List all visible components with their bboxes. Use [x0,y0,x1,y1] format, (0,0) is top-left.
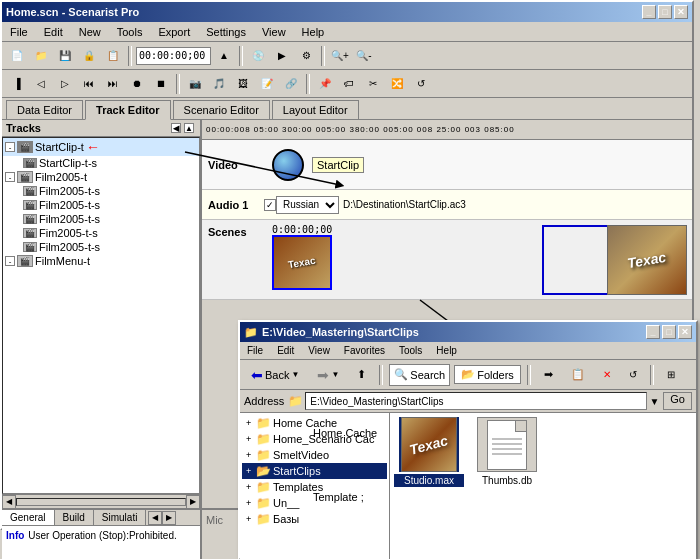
menu-settings[interactable]: Settings [202,24,250,40]
expand-film2005[interactable]: - [5,172,15,182]
delete-button[interactable]: ✕ [596,364,618,386]
panel-scroll-up[interactable]: ▲ [184,123,194,133]
exp-menu-file[interactable]: File [244,344,266,357]
go-button[interactable]: Go [663,392,692,410]
tb2-btn11[interactable]: 📝 [256,73,278,95]
zoom-in[interactable]: 🔍+ [329,45,351,67]
track-startclip-sub[interactable]: 🎬 StartClip-t-s [3,156,199,170]
expand-startclips[interactable]: + [246,466,254,476]
tab-layout-editor[interactable]: Layout Editor [272,100,359,119]
tb2-btn2[interactable]: ◁ [30,73,52,95]
search-box[interactable]: 🔍 Search [389,364,450,386]
exp-menu-view[interactable]: View [305,344,333,357]
tb2-btn17[interactable]: ↺ [410,73,432,95]
file-area[interactable]: Texас Studio.max [390,413,696,559]
tab-build[interactable]: Build [55,510,94,525]
menu-new[interactable]: New [75,24,105,40]
tab-general[interactable]: General [2,510,55,525]
expand-un[interactable]: + [246,498,254,508]
tab-simulati[interactable]: Simulati [94,510,147,525]
tracks-tree[interactable]: - 🎬 StartClip-t ← 🎬 StartClip-t-s - 🎬 Fi… [2,137,200,494]
tb2-btn3[interactable]: ▷ [54,73,76,95]
track-film2005-sub1[interactable]: 🎬 Film2005-t-s [3,184,199,198]
scroll-right[interactable]: ▶ [186,495,200,509]
up-button[interactable]: ⬆ [350,365,373,384]
track-film2005-sub3[interactable]: 🎬 Film2005-t-s [3,212,199,226]
track-fim2005-sub4[interactable]: 🎬 Fim2005-t-s [3,226,199,240]
expand-startclip[interactable]: - [5,142,15,152]
tracks-scrollbar[interactable]: ◀ ▶ [2,494,200,508]
tb2-btn6[interactable]: ⏺ [126,73,148,95]
expand-templates[interactable]: + [246,482,254,492]
tab-track-editor[interactable]: Track Editor [85,100,171,120]
tab-scenario-editor[interactable]: Scenario Editor [173,100,270,119]
new-button[interactable]: 📄 [6,45,28,67]
forward-button[interactable]: ➡ ▼ [310,364,346,386]
track-film2005[interactable]: - 🎬 Film2005-t [3,170,199,184]
minimize-button[interactable]: _ [642,5,656,19]
track-startclip[interactable]: - 🎬 StartClip-t ← [3,138,199,156]
tb2-btn5[interactable]: ⏭ [102,73,124,95]
tab-left[interactable]: ◀ [148,511,162,525]
maximize-button[interactable]: □ [658,5,672,19]
file-thumbs-db[interactable]: Thumbs.db [472,417,542,487]
exp-menu-favorites[interactable]: Favorites [341,344,388,357]
tb2-btn15[interactable]: ✂ [362,73,384,95]
open-button[interactable]: 📁 [30,45,52,67]
tb2-btn13[interactable]: 📌 [314,73,336,95]
folder-b[interactable]: + 📁 Home_Scenario Cac [242,431,387,447]
audio-checkbox[interactable]: ✓ [264,199,276,211]
forward-dropdown[interactable]: ▼ [331,370,339,379]
track-filmmenu[interactable]: - 🎬 FilmMenu-t [3,254,199,268]
folders-button[interactable]: 📂 Folders [454,365,521,384]
folder-bazy[interactable]: + 📁 Базы [242,511,387,527]
explorer-minimize[interactable]: _ [646,325,660,339]
address-input[interactable]: E:\Video_Mastering\StartClips [305,392,647,410]
exp-menu-tools[interactable]: Tools [396,344,425,357]
tb2-btn14[interactable]: 🏷 [338,73,360,95]
move-button[interactable]: ➡ [537,365,560,384]
folder-un[interactable]: + 📁 Un__ [242,495,387,511]
tb2-btn8[interactable]: 📷 [184,73,206,95]
track-film2005-sub2[interactable]: 🎬 Film2005-t-s [3,198,199,212]
menu-tools[interactable]: Tools [113,24,147,40]
tb2-btn12[interactable]: 🔗 [280,73,302,95]
folder-c[interactable]: + 📁 SmeltVideo [242,447,387,463]
undo-button[interactable]: ↺ [622,364,644,386]
view-button[interactable]: ⊞ [660,364,682,386]
menu-edit[interactable]: Edit [40,24,67,40]
address-dropdown[interactable]: ▼ [649,396,659,407]
expand-bazy[interactable]: + [246,514,254,524]
explorer-maximize[interactable]: □ [662,325,676,339]
tb-settings[interactable]: ⚙ [295,45,317,67]
time-display[interactable] [136,47,211,65]
expand-c[interactable]: + [246,450,254,460]
save-button[interactable]: 💾 [54,45,76,67]
copy-button[interactable]: 📋 [564,365,592,384]
explorer-close[interactable]: ✕ [678,325,692,339]
menu-help[interactable]: Help [298,24,329,40]
expand-filmmenu[interactable]: - [5,256,15,266]
expand-b[interactable]: + [246,434,254,444]
tb-btn-4[interactable]: 🔒 [78,45,100,67]
track-film2005-sub5[interactable]: 🎬 Film2005-t-s [3,240,199,254]
tb2-btn7[interactable]: ⏹ [150,73,172,95]
tb-dvd[interactable]: 💿 [247,45,269,67]
folder-a[interactable]: + 📁 Home Cache [242,415,387,431]
tb2-btn1[interactable]: ▐ [6,73,28,95]
back-button[interactable]: ⬅ Back ▼ [244,364,306,386]
expand-a[interactable]: + [246,418,254,428]
zoom-out[interactable]: 🔍- [353,45,375,67]
tb2-btn4[interactable]: ⏮ [78,73,100,95]
file-studio-max[interactable]: Texас Studio.max [394,417,464,487]
tb2-btn16[interactable]: 🔀 [386,73,408,95]
tb2-btn9[interactable]: 🎵 [208,73,230,95]
folder-startclips[interactable]: + 📂 StartClips [242,463,387,479]
tb-play[interactable]: ▶ [271,45,293,67]
language-select[interactable]: Russian [276,196,339,214]
folder-tree[interactable]: + 📁 Home Cache + 📁 Home_Scenario Cac + 📁… [240,413,390,559]
time-up[interactable]: ▲ [213,45,235,67]
tab-right[interactable]: ▶ [162,511,176,525]
tab-data-editor[interactable]: Data Editor [6,100,83,119]
tb-btn-5[interactable]: 📋 [102,45,124,67]
